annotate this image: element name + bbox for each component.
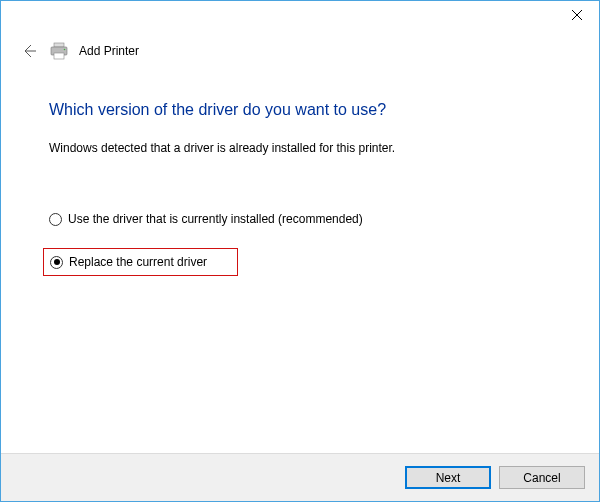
titlebar: [1, 1, 599, 31]
close-button[interactable]: [554, 1, 599, 29]
back-arrow-icon: [21, 43, 37, 59]
option-use-installed[interactable]: Use the driver that is currently install…: [49, 210, 554, 228]
radio-icon: [49, 213, 62, 226]
option-label: Replace the current driver: [69, 255, 207, 269]
svg-point-5: [64, 49, 66, 51]
page-subtext: Windows detected that a driver is alread…: [49, 141, 554, 155]
radio-icon: [50, 256, 63, 269]
back-button[interactable]: [19, 41, 39, 61]
driver-option-group: Use the driver that is currently install…: [49, 210, 554, 276]
page-heading: Which version of the driver do you want …: [49, 101, 554, 119]
close-icon: [572, 10, 582, 20]
option-replace-driver[interactable]: Replace the current driver: [43, 248, 238, 276]
next-button[interactable]: Next: [405, 466, 491, 489]
content-area: Which version of the driver do you want …: [1, 61, 599, 453]
option-label: Use the driver that is currently install…: [68, 212, 363, 226]
printer-icon: [49, 42, 69, 60]
add-printer-dialog: Add Printer Which version of the driver …: [0, 0, 600, 502]
svg-rect-2: [54, 43, 64, 47]
cancel-button[interactable]: Cancel: [499, 466, 585, 489]
dialog-title: Add Printer: [79, 44, 139, 58]
svg-rect-4: [54, 53, 64, 59]
dialog-footer: Next Cancel: [1, 453, 599, 501]
header: Add Printer: [1, 31, 599, 61]
